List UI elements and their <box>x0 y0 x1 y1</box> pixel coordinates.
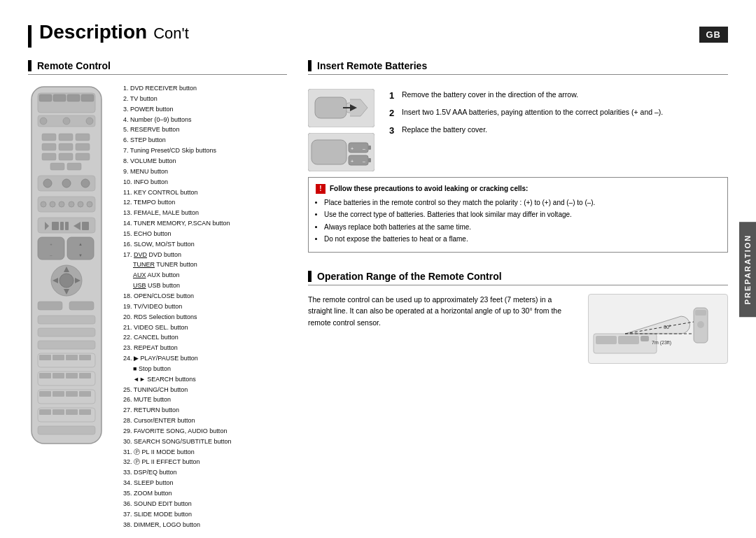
svg-rect-75 <box>79 409 91 415</box>
svg-rect-14 <box>59 143 73 150</box>
list-item: 7. Tuning Preset/CD Skip buttons <box>123 146 232 156</box>
left-column: Remote Control <box>28 60 287 530</box>
range-svg: 30° 7m (23ft) <box>590 295 727 362</box>
list-item: ■ Stop button <box>123 364 232 374</box>
svg-rect-34 <box>52 222 59 230</box>
svg-point-24 <box>81 179 90 187</box>
list-item: 19. TV/VIDEO button <box>123 302 232 312</box>
list-item: 9. MENU button <box>123 167 232 177</box>
list-item: 35. ZOOM button <box>123 488 232 499</box>
list-item: 32. Ⓟ PL II EFFECT button <box>123 457 232 467</box>
list-item: 29. FAVORITE SONG, AUDIO button <box>123 426 232 437</box>
remote-svg: + – ▲ ▼ <box>28 83 105 447</box>
list-item: 1. DVD RECEIVER button <box>123 83 232 94</box>
batteries-section: Insert Remote Batteries <box>308 60 728 253</box>
svg-rect-93 <box>640 336 649 341</box>
list-item: 5. RESERVE button <box>123 125 232 135</box>
list-item: ◄► SEARCH buttons <box>123 374 232 385</box>
svg-rect-72 <box>39 409 51 415</box>
svg-rect-68 <box>52 391 64 397</box>
svg-rect-10 <box>42 134 56 141</box>
svg-rect-35 <box>60 222 64 230</box>
list-item: 34. SLEEP button <box>123 478 232 488</box>
list-item: 27. RETURN button <box>123 405 232 416</box>
svg-point-96 <box>697 321 704 328</box>
svg-rect-87 <box>368 158 371 162</box>
svg-rect-18 <box>76 153 90 160</box>
side-tab: PREPARATION <box>739 221 756 316</box>
svg-rect-17 <box>59 153 73 160</box>
warning-item: Place batteries in the remote control so… <box>324 197 720 208</box>
warning-title: ! Follow these precautions to avoid leak… <box>316 183 720 194</box>
svg-rect-13 <box>42 143 56 150</box>
warning-item: Always replace both batteries at the sam… <box>324 222 720 233</box>
svg-rect-3 <box>53 94 66 101</box>
list-item: 26. MUTE button <box>123 395 232 405</box>
list-item: 12. TEMPO button <box>123 197 232 208</box>
svg-rect-65 <box>79 373 91 378</box>
svg-point-46 <box>59 274 74 288</box>
svg-rect-62 <box>39 373 51 378</box>
svg-text:–: – <box>363 146 365 151</box>
list-item: 11. KEY CONTROL button <box>123 187 232 198</box>
step-3: 3 Replace the battery cover. <box>389 124 728 139</box>
list-item: 33. DSP/EQ button <box>123 467 232 478</box>
main-content: Remote Control <box>28 60 728 530</box>
list-item: 17. DVD DVD button <box>123 250 232 260</box>
page-numbers: 10 11 <box>28 530 728 538</box>
list-item: TUNER TUNER button <box>123 260 232 270</box>
svg-rect-19 <box>50 163 64 170</box>
list-item: 24. ▶ PLAY/PAUSE button <box>123 353 232 364</box>
list-item: AUX AUX button <box>123 270 232 281</box>
svg-rect-60 <box>79 355 91 360</box>
svg-rect-70 <box>79 391 91 397</box>
svg-rect-91 <box>596 336 617 344</box>
svg-rect-38 <box>82 222 89 230</box>
svg-rect-64 <box>66 373 78 378</box>
svg-text:+: + <box>50 242 52 246</box>
svg-rect-74 <box>66 409 78 415</box>
svg-rect-92 <box>618 336 639 344</box>
svg-rect-57 <box>39 355 51 360</box>
svg-text:+: + <box>351 159 354 164</box>
svg-point-30 <box>78 201 83 207</box>
batteries-title: Insert Remote Batteries <box>317 60 427 71</box>
list-item: 8. VOLUME button <box>123 156 232 167</box>
svg-rect-16 <box>42 153 56 160</box>
list-item: USB USB button <box>123 281 232 291</box>
svg-rect-69 <box>66 391 78 397</box>
svg-point-31 <box>87 201 92 207</box>
battery-images: + – + – <box>308 89 378 171</box>
list-item: 22. CANCEL button <box>123 332 232 343</box>
svg-rect-20 <box>67 163 81 170</box>
warning-item: Do not expose the batteries to heat or a… <box>324 234 720 245</box>
operation-title: Operation Range of the Remote Control <box>317 271 502 282</box>
list-item: 15. ECHO button <box>123 229 232 239</box>
warning-box: ! Follow these precautions to avoid leak… <box>308 177 728 253</box>
svg-point-23 <box>62 179 71 187</box>
section-bar <box>28 60 31 71</box>
svg-text:30°: 30° <box>664 325 671 330</box>
list-item: 18. OPEN/CLOSE button <box>123 291 232 302</box>
svg-rect-52 <box>69 302 94 310</box>
svg-rect-36 <box>65 222 69 230</box>
list-item: 20. RDS Selection buttons <box>123 312 232 323</box>
svg-text:▼: ▼ <box>78 253 83 257</box>
page: Description Con't GB Remote Control <box>0 0 756 538</box>
remote-control-title: Remote Control <box>37 60 111 71</box>
batteries-header: Insert Remote Batteries <box>308 60 728 75</box>
gb-badge: GB <box>699 27 729 43</box>
svg-point-8 <box>63 118 70 125</box>
list-item: 28. Cursor/ENTER button <box>123 416 232 426</box>
list-item: 37. SLIDE MODE button <box>123 509 232 520</box>
remote-control-header: Remote Control <box>28 60 287 75</box>
svg-point-7 <box>40 118 47 125</box>
svg-rect-51 <box>38 302 62 310</box>
list-item: 25. TUNING/CH button <box>123 385 232 395</box>
list-item: 3. POWER button <box>123 104 232 115</box>
step-2: 2 Insert two 1.5V AAA batteries, paying … <box>389 106 728 121</box>
svg-rect-12 <box>76 134 90 141</box>
battery-image-2: + – + – <box>308 133 374 171</box>
batteries-content: + – + – 1 Remove the battery cover in <box>308 89 728 171</box>
svg-rect-54 <box>38 328 95 337</box>
